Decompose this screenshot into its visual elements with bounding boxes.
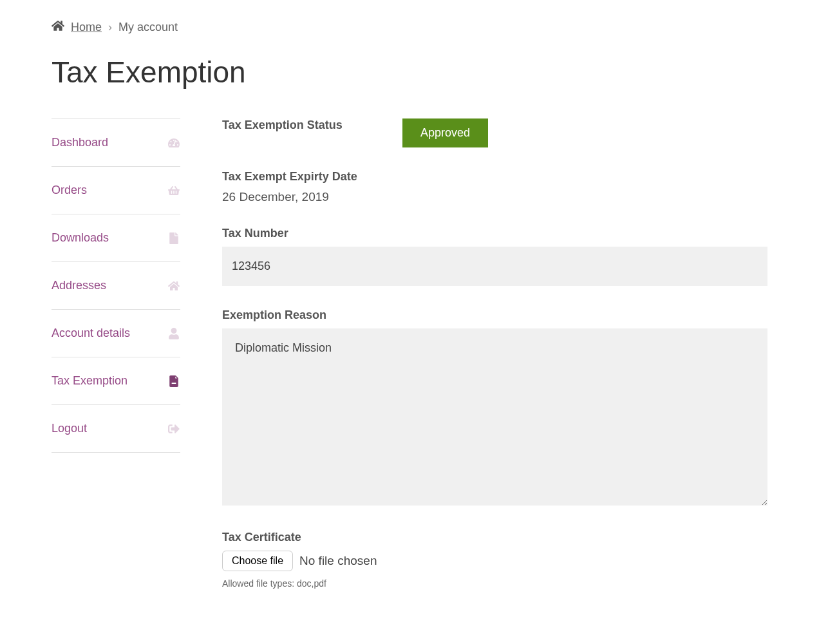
sidebar-item-orders[interactable]: Orders [52, 166, 180, 214]
gauge-icon [167, 137, 180, 149]
choose-file-button[interactable]: Choose file [222, 551, 293, 571]
status-label: Tax Exemption Status [222, 118, 383, 132]
reason-textarea[interactable] [222, 328, 767, 506]
basket-icon [167, 184, 180, 197]
sidebar-item-logout[interactable]: Logout [52, 404, 180, 453]
home-icon [52, 19, 64, 35]
sidebar-item-tax-exemption[interactable]: Tax Exemption [52, 357, 180, 404]
sidebar-item-label: Logout [52, 422, 87, 435]
breadcrumb-home-link[interactable]: Home [71, 21, 102, 34]
sidebar-item-label: Tax Exemption [52, 374, 127, 388]
sidebar-item-dashboard[interactable]: Dashboard [52, 118, 180, 166]
breadcrumb-current: My account [118, 21, 178, 34]
allowed-types-text: Allowed file types: doc,pdf [222, 578, 326, 589]
tax-number-input[interactable] [222, 247, 767, 286]
status-badge: Approved [402, 118, 488, 147]
breadcrumb: Home › My account [52, 19, 767, 35]
breadcrumb-separator: › [108, 21, 112, 34]
expiry-value: 26 December, 2019 [222, 190, 329, 204]
sidebar-item-label: Account details [52, 327, 130, 340]
page-title: Tax Exemption [52, 55, 767, 90]
no-file-text: No file chosen [299, 554, 377, 568]
sidebar-item-label: Orders [52, 184, 87, 197]
account-sidebar: Dashboard Orders Downloads Addresses Acc… [52, 118, 180, 612]
main-content: Tax Exemption Status Approved Tax Exempt… [222, 118, 767, 612]
file-icon [167, 232, 180, 245]
sidebar-item-account-details[interactable]: Account details [52, 309, 180, 357]
sidebar-item-label: Addresses [52, 279, 106, 292]
home-icon [167, 279, 180, 292]
user-icon [167, 327, 180, 340]
document-icon [167, 375, 180, 388]
logout-icon [167, 422, 180, 435]
cert-label: Tax Certificate [222, 531, 767, 544]
sidebar-item-downloads[interactable]: Downloads [52, 214, 180, 261]
expiry-label: Tax Exempt Expirty Date [222, 170, 767, 184]
reason-label: Exemption Reason [222, 308, 767, 322]
sidebar-item-label: Dashboard [52, 136, 108, 149]
sidebar-item-label: Downloads [52, 231, 109, 245]
tax-number-label: Tax Number [222, 227, 767, 240]
sidebar-item-addresses[interactable]: Addresses [52, 261, 180, 309]
